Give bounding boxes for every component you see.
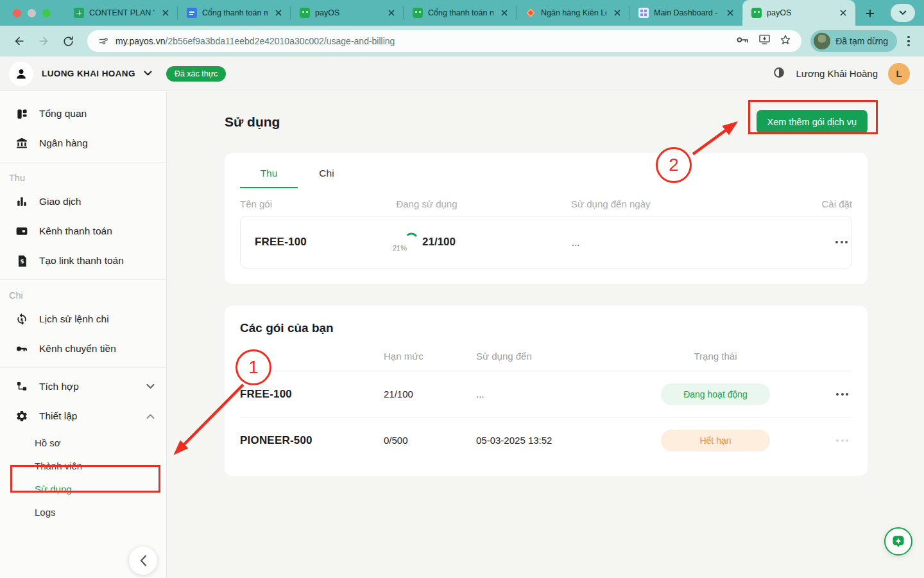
package-until: ... xyxy=(476,389,656,399)
tab-title: Cổng thanh toán m xyxy=(202,8,268,17)
sidebar-item-tich-hop[interactable]: Tích hợp xyxy=(0,372,166,401)
user-avatar[interactable]: L xyxy=(888,63,910,85)
col-trang-thai: Trạng thái xyxy=(656,351,775,362)
tab-title: CONTENT PLAN "C xyxy=(89,8,155,17)
sidebar-section-thu: Thu xyxy=(0,166,166,187)
close-icon[interactable] xyxy=(160,7,171,19)
verified-badge: Đã xác thực xyxy=(166,66,226,82)
url-domain: my.payos.vn xyxy=(116,36,166,46)
col-su-dung-den: Sử dụng đến xyxy=(476,351,656,362)
minimize-window-icon[interactable] xyxy=(28,9,36,17)
svg-text:$: $ xyxy=(21,317,24,322)
sidebar-item-tao-link-thanh-toan[interactable]: $ Tạo link thanh toán xyxy=(0,246,166,276)
sheets-icon xyxy=(74,8,84,18)
profile-status-label: Đã tạm dừng xyxy=(835,36,888,46)
back-button[interactable] xyxy=(9,31,30,51)
close-icon[interactable] xyxy=(499,7,510,19)
tab-chi[interactable]: Chi xyxy=(298,162,355,188)
theme-toggle-icon[interactable] xyxy=(772,66,786,82)
package-name: FREE-100 xyxy=(240,388,384,401)
packages-card: Các gói của bạn Hạn mức Sử dụng đến Trạn… xyxy=(225,306,868,476)
tab-title: Main Dashboard - Đ xyxy=(654,8,719,17)
package-row: PIONEER-500 0/500 05-03-2025 13:52 Hết h… xyxy=(240,417,852,463)
chevron-down-icon xyxy=(144,71,152,76)
usage-tabs: Thu Chi xyxy=(240,162,852,188)
sidebar-subitem-su-dung[interactable]: Sử dụng xyxy=(0,477,166,500)
sidebar-item-tong-quan[interactable]: Tổng quan xyxy=(0,99,166,128)
tab-cong-thanh-toan-2[interactable]: Cổng thanh toán n xyxy=(404,0,517,26)
new-tab-button[interactable] xyxy=(860,4,880,23)
tab-title: Cổng thanh toán n xyxy=(428,8,493,17)
payos-icon xyxy=(751,8,762,18)
merchant-avatar xyxy=(9,62,33,86)
package-row: FREE-100 21/100 ... Đang hoạt động xyxy=(240,371,852,417)
tab-title: Ngân hàng Kiên Lo xyxy=(541,8,606,17)
close-icon[interactable] xyxy=(273,7,284,19)
close-window-icon[interactable] xyxy=(13,9,21,17)
sidebar-item-kenh-chuyen-tien[interactable]: Kênh chuyển tiền xyxy=(0,334,166,363)
window-controls[interactable] xyxy=(0,0,65,26)
row-menu-icon[interactable] xyxy=(816,439,852,442)
merchant-name: LUONG KHAI HOANG xyxy=(42,69,135,78)
sidebar: Tổng quan Ngân hàng Thu Giao dịch Kênh t… xyxy=(0,91,167,578)
sidebar-item-label: Ngân hàng xyxy=(39,137,88,149)
tab-content-plan[interactable]: CONTENT PLAN "C xyxy=(65,0,178,26)
sidebar-item-ngan-hang[interactable]: Ngân hàng xyxy=(0,128,166,158)
row-menu-icon[interactable] xyxy=(816,393,852,396)
integration-icon xyxy=(15,380,28,393)
sidebar-item-thiet-lap[interactable]: Thiết lập xyxy=(0,401,166,431)
tab-ngan-hang-kien-long[interactable]: Ngân hàng Kiên Lo xyxy=(517,0,629,26)
chevron-down-icon xyxy=(146,384,155,389)
sidebar-subitem-label: Logs xyxy=(35,507,56,518)
tab-title: payOS xyxy=(767,8,832,17)
sidebar-item-label: Kênh chuyển tiền xyxy=(39,343,116,355)
tab-main-dashboard[interactable]: Main Dashboard - Đ xyxy=(629,0,742,26)
payment-link-icon: $ xyxy=(15,254,28,267)
main-content: Sử dụng Xem thêm gói dịch vụ Thu Chi Tên… xyxy=(167,91,924,578)
close-icon[interactable] xyxy=(386,7,397,19)
row-menu-icon[interactable] xyxy=(774,241,851,243)
sidebar-item-giao-dich[interactable]: Giao dịch xyxy=(0,187,166,216)
support-chat-button[interactable] xyxy=(884,527,912,556)
site-info-icon[interactable] xyxy=(95,33,112,49)
payout-history-icon: $ xyxy=(15,313,28,326)
col-han-muc: Hạn mức xyxy=(384,351,476,362)
password-key-icon[interactable] xyxy=(735,35,749,48)
usage-table-header: Tên gói Đang sử dụng Sử dụng đến ngày Cà… xyxy=(240,198,852,209)
sidebar-item-kenh-thanh-toan[interactable]: Kênh thanh toán xyxy=(0,216,166,246)
close-icon[interactable] xyxy=(724,7,736,19)
sidebar-collapse-button[interactable] xyxy=(129,547,157,575)
sidebar-subitem-thanh-vien[interactable]: Thành viên xyxy=(0,454,166,477)
package-name: FREE-100 xyxy=(241,236,379,249)
forward-button[interactable] xyxy=(33,31,54,51)
payment-channel-icon xyxy=(15,225,28,238)
sidebar-subitem-logs[interactable]: Logs xyxy=(0,500,166,523)
tab-cong-thanh-toan-1[interactable]: Cổng thanh toán m xyxy=(178,0,291,26)
usage-progress: 21% 21/100 xyxy=(379,232,475,252)
chat-sparkle-icon xyxy=(891,534,906,549)
chevron-left-icon xyxy=(140,555,147,566)
install-app-icon[interactable] xyxy=(758,34,771,48)
sidebar-subitem-ho-so[interactable]: Hồ sơ xyxy=(0,431,166,454)
bookmark-star-icon[interactable] xyxy=(780,34,791,48)
view-more-packages-button[interactable]: Xem thêm gói dịch vụ xyxy=(757,110,868,134)
close-icon[interactable] xyxy=(837,7,849,19)
tab-search-button[interactable] xyxy=(891,4,915,22)
url-text[interactable]: my.payos.vn/2b56ef9a3bda11eebd2e42010a30… xyxy=(116,36,735,46)
packages-table-header: Hạn mức Sử dụng đến Trạng thái xyxy=(240,351,852,371)
zoom-window-icon[interactable] xyxy=(42,9,51,17)
browser-profile-chip[interactable]: Đã tạm dừng xyxy=(810,30,897,52)
reload-button[interactable] xyxy=(58,31,78,51)
browser-menu-icon[interactable] xyxy=(901,36,916,47)
tab-thu[interactable]: Thu xyxy=(240,162,298,188)
address-bar[interactable]: my.payos.vn/2b56ef9a3bda11eebd2e42010a30… xyxy=(87,30,801,52)
tab-title: payOS xyxy=(315,8,381,17)
close-icon[interactable] xyxy=(612,7,623,19)
app-header: LUONG KHAI HOANG Đã xác thực Lương Khải … xyxy=(0,57,924,91)
sidebar-item-label: Tổng quan xyxy=(39,108,87,119)
sidebar-item-lich-su-lenh-chi[interactable]: $ Lịch sử lệnh chi xyxy=(0,304,166,334)
tab-payos-active[interactable]: payOS xyxy=(742,0,855,26)
dashboard-icon xyxy=(638,8,649,18)
tab-payos-1[interactable]: payOS xyxy=(291,0,404,26)
merchant-switcher[interactable]: LUONG KHAI HOANG xyxy=(9,62,152,86)
